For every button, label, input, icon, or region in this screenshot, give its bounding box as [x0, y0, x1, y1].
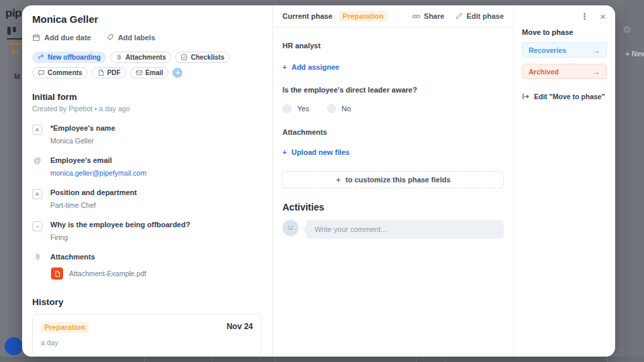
pencil-icon [455, 12, 463, 20]
history-phase-badge: Preparation [41, 322, 89, 333]
pill-label: New offboarding [48, 54, 101, 61]
card-info-column: Monica Geller Add due date Add labels Ne… [22, 5, 273, 357]
comment-composer: Write your comment... [282, 220, 504, 239]
add-due-date-button[interactable]: Add due date [32, 34, 91, 42]
add-assignee-button[interactable]: +Add assignee [282, 63, 339, 71]
upload-files-button[interactable]: +Upload new files [282, 148, 350, 156]
label-icon [106, 34, 114, 42]
move-option-label: Archived [529, 68, 559, 76]
pill-new-offboarding[interactable]: New offboarding [32, 52, 106, 63]
assignee-field-label: HR analyst [282, 42, 504, 50]
checklist-icon [180, 54, 188, 61]
close-icon[interactable]: × [600, 11, 606, 22]
text-field-icon: A [32, 125, 42, 135]
background-board-bottom [0, 357, 644, 362]
offboarding-icon [38, 54, 45, 61]
dropdown-field-icon [32, 221, 42, 231]
card-title: Monica Geller [32, 13, 262, 25]
field-offboard-reason: Why is the employee being offboarded? Fi… [32, 221, 262, 241]
field-label: Employee's email [50, 156, 146, 164]
pill-label: Email [146, 69, 164, 76]
field-label: Why is the employee being offboarded? [50, 221, 190, 229]
gear-icon: ⚙ [623, 24, 631, 35]
card-pill-bar: New offboarding Attachments Checklists C… [32, 52, 262, 78]
pill-pdf[interactable]: PDF [92, 67, 126, 78]
edit-phase-button[interactable]: Edit phase [455, 12, 504, 20]
move-to-recoveries-button[interactable]: Recoveries → [522, 42, 607, 58]
move-to-phase-panel: ⋮ × Move to phase Recoveries → Archived … [513, 5, 615, 357]
radio-label: Yes [297, 105, 309, 113]
history-entry: Preparation Nov 24 a day [32, 314, 262, 357]
comment-placeholder: Write your comment... [315, 225, 386, 233]
move-option-label: Recoveries [529, 46, 566, 54]
card-detail-modal: Monica Geller Add due date Add labels Ne… [22, 5, 615, 357]
radio-circle[interactable] [282, 104, 292, 113]
add-labels-button[interactable]: Add labels [106, 34, 156, 42]
plus-icon: + [335, 175, 341, 185]
phase-tab-accent [9, 43, 22, 45]
initial-form-subtitle: Created by Pipebot • a day ago [32, 105, 262, 113]
customize-phase-fields-label: to customize this phase fields [345, 176, 450, 184]
bar-arrow-icon [522, 93, 530, 101]
at-sign-icon: @ [32, 156, 42, 177]
pill-comments[interactable]: Comments [32, 67, 88, 78]
move-to-archived-button[interactable]: Archived → [522, 64, 607, 79]
attachment-file-name: Attachment-Example.pdf [69, 269, 146, 278]
arrow-right-icon: → [592, 67, 600, 76]
field-label: Attachments [50, 253, 146, 261]
comment-input[interactable]: Write your comment... [306, 220, 504, 239]
pill-label: Attachments [125, 54, 166, 61]
field-value[interactable]: Part-time Chef [50, 201, 137, 209]
field-value[interactable]: Monica Geller [50, 137, 115, 145]
field-value-email-link[interactable]: monica.geller@pipefymail.com [50, 169, 146, 177]
pill-attachments[interactable]: Attachments [110, 52, 172, 63]
initial-form-title: Initial form [32, 92, 262, 102]
add-pill-button[interactable]: + [172, 68, 182, 78]
avatar [282, 220, 299, 236]
attachment-file[interactable]: Attachment-Example.pdf [51, 267, 146, 280]
background-card-partial: M [14, 72, 20, 80]
field-employee-name: A *Employee's name Monica Geller [32, 124, 262, 145]
customize-phase-fields-button[interactable]: + to customize this phase fields [282, 171, 504, 188]
phase-header: Current phase Preparation Share Edit pha… [273, 5, 513, 27]
pill-label: Checklists [191, 54, 224, 61]
plus-icon: + [282, 63, 286, 71]
radio-option-yes[interactable]: Yes [282, 104, 309, 113]
current-phase-label: Current phase [282, 12, 333, 20]
history-title: History [32, 297, 262, 307]
arrow-right-icon: → [592, 46, 600, 55]
file-icon [97, 69, 105, 76]
edit-move-to-phase-label: Edit "Move to phase" [534, 93, 605, 101]
paperclip-icon [115, 54, 123, 61]
calendar-icon [32, 34, 40, 42]
plus-icon: + [176, 69, 180, 76]
add-due-date-label: Add due date [44, 34, 91, 42]
share-button[interactable]: Share [412, 12, 445, 21]
kebab-menu-icon[interactable]: ⋮ [580, 11, 589, 21]
pdf-file-icon [51, 267, 63, 280]
help-floating-button[interactable] [5, 337, 23, 355]
comment-icon [38, 69, 45, 76]
share-label: Share [424, 12, 445, 20]
smiley-icon [286, 223, 295, 233]
attachments-field-label: Attachments [282, 128, 504, 136]
pill-email[interactable]: Email [130, 67, 169, 78]
radio-group: Yes No [282, 104, 504, 113]
field-label: Position and department [50, 188, 137, 196]
radio-option-no[interactable]: No [327, 104, 351, 113]
field-position: A Position and department Part-time Chef [32, 188, 262, 209]
question-field-label: Is the employee's direct leader aware? [282, 86, 504, 94]
new-phase-button-partial: + New [625, 50, 644, 58]
pill-checklists[interactable]: Checklists [175, 52, 229, 63]
field-employee-email: @ Employee's email monica.geller@pipefym… [32, 156, 262, 177]
app-screen: pip Pr M ⚙ + New Monica Geller Add due d… [0, 0, 644, 362]
add-assignee-label: Add assignee [291, 63, 339, 71]
radio-label: No [341, 105, 351, 113]
activities-title: Activities [282, 202, 504, 213]
field-value[interactable]: Firing [50, 233, 190, 241]
board-view-icon [7, 27, 17, 35]
pipefy-logo: pip [5, 7, 21, 20]
radio-circle[interactable] [327, 104, 336, 113]
history-duration: a day [41, 339, 253, 347]
edit-move-to-phase-button[interactable]: Edit "Move to phase" [522, 93, 607, 101]
